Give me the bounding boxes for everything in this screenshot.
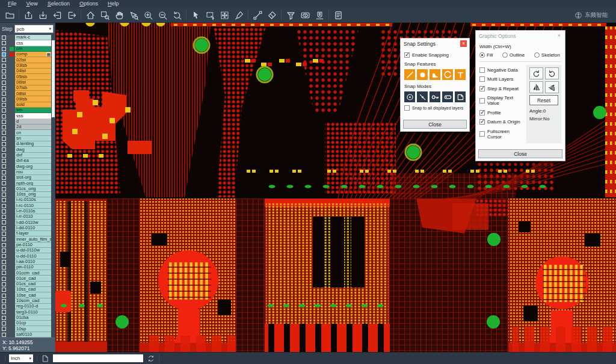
layer-name[interactable]: targ3-0110 — [15, 309, 51, 315]
layer-row-04lst[interactable]: 04lst — [0, 69, 55, 74]
layer-visibility-checkbox[interactable] — [0, 214, 8, 220]
new-page-button[interactable] — [41, 354, 49, 363]
layer-visibility-checkbox[interactable] — [0, 102, 8, 108]
menu-item-selection[interactable]: Selection — [43, 0, 75, 8]
layer-row-cn[interactable]: cn — [0, 130, 55, 135]
layer-row-d-tenting[interactable]: d-tenting — [0, 141, 55, 147]
mode-point-button[interactable] — [417, 91, 428, 102]
layer-row-dwg[interactable]: dwg — [0, 147, 55, 152]
layer-row-mark-c[interactable]: mark-c — [0, 35, 55, 40]
layer-row-10sp[interactable]: 10sp — [0, 326, 55, 332]
layer-visibility-checkbox[interactable] — [0, 108, 8, 113]
toolbar-zoom-in-button[interactable] — [141, 9, 155, 22]
layer-name[interactable]: 10sp — [15, 326, 51, 332]
menu-item-options[interactable]: Options — [75, 0, 103, 8]
layer-row-i-dd-0110[interactable]: i-dd-0110 — [0, 226, 55, 231]
layer-visibility-checkbox[interactable] — [0, 197, 8, 203]
layer-name[interactable]: 01ccm_cad — [15, 270, 51, 276]
layer-row-i-rc-0110s[interactable]: i-rc-0110s — [0, 197, 55, 203]
toolbar-download-button[interactable] — [35, 9, 50, 22]
toolbar-pan-button[interactable] — [112, 9, 126, 22]
layer-name[interactable]: sn — [15, 136, 51, 141]
layer-visibility-checkbox[interactable] — [0, 119, 8, 125]
layer-row-sss[interactable]: sss — [0, 113, 55, 119]
layer-row-08lst[interactable]: 08lst — [0, 91, 55, 96]
layer-name[interactable]: 08lst — [15, 91, 51, 96]
layer-name[interactable]: 01cs_orig — [15, 186, 51, 191]
layer-row-03lsb[interactable]: 03lsb — [0, 63, 55, 69]
layer-visibility-checkbox[interactable] — [0, 236, 8, 242]
layer-name[interactable]: 01cs_cad — [15, 282, 51, 287]
layer-name[interactable]: inner_auto_film_symb — [15, 236, 51, 242]
layer-row-06lst[interactable]: 06lst — [0, 80, 55, 85]
checkbox-row-profile[interactable]: Profile — [479, 110, 525, 116]
layer-row-01cs_orig[interactable]: 01cs_orig — [0, 186, 55, 191]
layer-name[interactable]: i-dd-0110 — [15, 226, 51, 231]
layer-name[interactable]: cn — [15, 130, 51, 135]
layer-visibility-checkbox[interactable] — [0, 46, 8, 52]
checkbox-row-fullscreen-cursor[interactable]: Fullscreen Cursor — [479, 129, 525, 140]
checkbox[interactable] — [479, 86, 485, 91]
snap-dialog-titlebar[interactable]: Snap Settings x — [401, 39, 469, 48]
layer-name[interactable]: 02lst — [15, 57, 51, 63]
layer-visibility-checkbox[interactable] — [0, 253, 8, 259]
mode-key-button[interactable] — [430, 91, 440, 102]
layer-visibility-checkbox[interactable] — [0, 153, 8, 158]
radio-dot[interactable] — [502, 52, 508, 58]
menu-item-help[interactable]: Help — [103, 0, 124, 8]
layer-visibility-checkbox[interactable] — [0, 69, 8, 74]
layer-row-07lsb[interactable]: 07lsb — [0, 85, 55, 91]
toolbar-import-button[interactable] — [50, 9, 64, 22]
layer-name[interactable]: 01cp — [15, 321, 51, 326]
checkbox[interactable] — [479, 131, 485, 137]
layer-name[interactable]: 06lst — [15, 80, 51, 85]
layer-row-f-layer[interactable]: f-layer — [0, 231, 55, 236]
layer-row-01ce_cad[interactable]: 01ce_cad — [0, 276, 55, 281]
layer-visibility-checkbox[interactable] — [0, 321, 8, 326]
layer-row-sm[interactable]: sm — [0, 108, 55, 113]
layer-name[interactable]: i-rr-0110 — [15, 214, 51, 220]
layer-name[interactable]: d-tenting — [15, 141, 51, 147]
toolbar-layers-panel-button[interactable] — [331, 9, 345, 22]
layer-row-d[interactable]: d — [0, 119, 55, 125]
layer-visibility-checkbox[interactable] — [0, 164, 8, 169]
layer-visibility-checkbox[interactable] — [0, 287, 8, 292]
layer-name[interactable]: saf0110 — [15, 332, 51, 338]
toolbar-filter-button[interactable] — [283, 9, 298, 22]
layer-row-u-dd-0110w[interactable]: u-dd-0110w — [0, 248, 55, 253]
toolbar-pointer-button[interactable] — [188, 9, 203, 22]
radio-dot[interactable] — [479, 52, 485, 58]
layer-visibility-checkbox[interactable] — [0, 332, 8, 338]
menu-item-view[interactable]: View — [22, 0, 43, 8]
toolbar-upload-button[interactable] — [21, 9, 35, 22]
layer-name[interactable]: dwg — [15, 147, 51, 152]
layer-row-01cba[interactable]: 01cba — [0, 315, 55, 321]
layer-name[interactable]: i-rr-0110s — [15, 209, 51, 214]
layer-row-pe-0110[interactable]: pe-0110 — [0, 242, 55, 248]
layer-row-10ss_cad[interactable]: 10ss_cad — [0, 287, 55, 292]
checkbox-row-display-text-value[interactable]: Display Text Value — [479, 95, 525, 106]
toolbar-transform-button[interactable] — [217, 9, 232, 22]
radio-fill[interactable]: Fill — [479, 52, 493, 58]
layer-row-01cp[interactable]: 01cp — [0, 321, 55, 326]
layer-row-inner_auto_film_symb[interactable]: inner_auto_film_symb — [0, 236, 55, 242]
layer-visibility-checkbox[interactable] — [0, 170, 8, 175]
layer-name[interactable]: npth-org — [15, 180, 51, 186]
layer-name[interactable]: pe-0110 — [15, 242, 51, 248]
layer-visibility-checkbox[interactable] — [0, 180, 8, 186]
checkbox[interactable] — [479, 76, 485, 82]
checkbox-row-multi-layers[interactable]: Multi Layers — [479, 76, 525, 82]
layer-visibility-checkbox[interactable] — [0, 52, 8, 57]
layer-row-01cs_cad[interactable]: 01cs_cad — [0, 282, 55, 287]
close-icon[interactable]: × — [556, 32, 562, 39]
checkbox[interactable] — [479, 67, 485, 73]
layer-name[interactable]: 07lsb — [15, 85, 51, 91]
toolbar-home-button[interactable] — [83, 9, 97, 22]
layer-row-10ss_orig[interactable]: 10ss_orig — [0, 192, 55, 197]
snap-all-layers-checkbox[interactable] — [404, 105, 410, 111]
enable-snapping-checkbox-row[interactable]: Enable Snapping — [404, 52, 466, 58]
layer-name[interactable]: 09lsb — [15, 96, 51, 102]
toolbar-zoom-out-button[interactable] — [155, 9, 170, 22]
layer-name[interactable]: i-rc-0110 — [15, 203, 51, 208]
snap-shape-button[interactable] — [430, 69, 440, 80]
